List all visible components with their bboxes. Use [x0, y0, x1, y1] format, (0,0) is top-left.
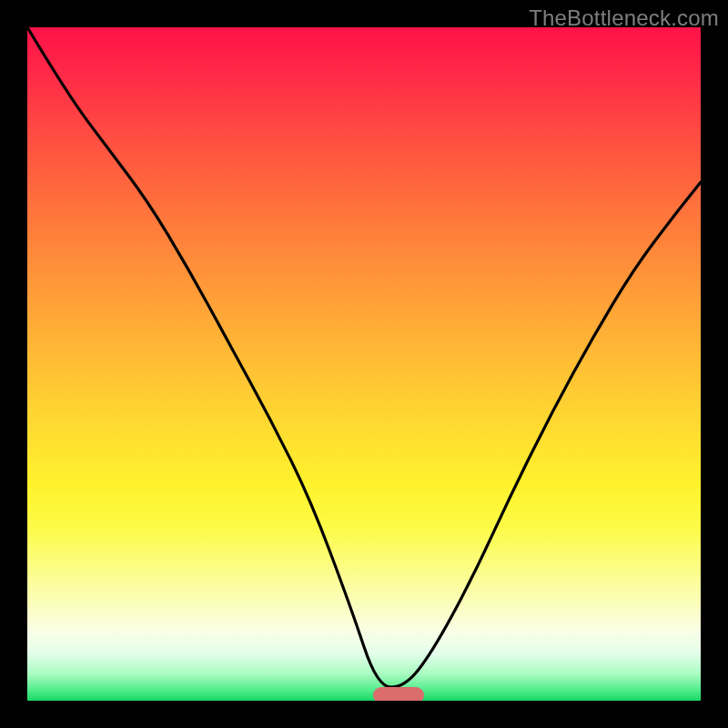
optimal-marker: [373, 687, 424, 701]
plot-area: [27, 27, 701, 701]
watermark-text: TheBottleneck.com: [529, 5, 719, 31]
bottleneck-curve-line: [27, 27, 701, 687]
curve-svg: [27, 27, 701, 701]
outer-frame: TheBottleneck.com: [0, 0, 728, 728]
